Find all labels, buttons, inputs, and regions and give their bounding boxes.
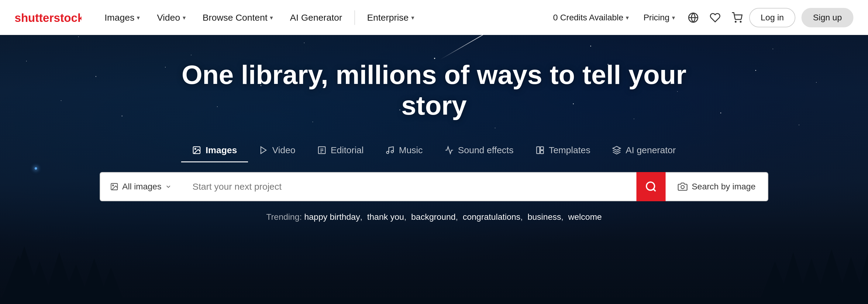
tab-images[interactable]: Images — [181, 139, 248, 162]
chevron-down-icon — [165, 183, 172, 190]
chevron-down-icon: ▾ — [672, 14, 675, 21]
image-icon — [192, 146, 201, 155]
search-tabs: Images Video — [181, 139, 687, 162]
music-icon — [385, 146, 395, 155]
trending-link-welcome[interactable]: welcome — [568, 212, 602, 222]
tab-editorial[interactable]: Editorial — [306, 139, 374, 162]
nav-item-enterprise[interactable]: Enterprise ▾ — [359, 0, 423, 35]
nav-item-ai-generator[interactable]: AI Generator — [281, 0, 351, 35]
header: shutterstock Images ▾ Video ▾ Browse Con… — [0, 0, 868, 35]
cart-button[interactable] — [727, 8, 747, 27]
tab-video[interactable]: Video — [248, 139, 306, 162]
svg-point-35 — [681, 185, 684, 189]
credits-button[interactable]: 0 Credits Available ▾ — [547, 8, 635, 27]
search-input[interactable] — [181, 172, 637, 201]
chevron-down-icon: ▾ — [137, 14, 140, 21]
search-type-button[interactable]: All images — [100, 172, 181, 201]
search-submit-button[interactable] — [637, 172, 665, 201]
nav-item-video[interactable]: Video ▾ — [148, 0, 194, 35]
trending-link-background[interactable]: background — [411, 212, 456, 222]
svg-rect-29 — [540, 147, 544, 150]
tab-music[interactable]: Music — [374, 139, 433, 162]
pricing-button[interactable]: Pricing ▾ — [637, 8, 681, 27]
hero-section: One library, millions of ways to tell yo… — [0, 0, 868, 304]
trending-link-congratulations[interactable]: congratulations — [463, 212, 520, 222]
templates-icon — [535, 146, 545, 155]
svg-point-32 — [113, 185, 114, 186]
trending-link-thank-you[interactable]: thank you — [367, 212, 404, 222]
svg-rect-18 — [0, 298, 868, 304]
svg-point-3 — [735, 21, 736, 22]
svg-rect-28 — [536, 147, 539, 154]
svg-text:shutterstock: shutterstock — [14, 11, 82, 24]
svg-point-20 — [195, 148, 196, 150]
video-icon — [259, 146, 268, 155]
waveform-icon — [445, 146, 454, 155]
tab-ai-generator[interactable]: AI generator — [601, 139, 687, 162]
secondary-nav: 0 Credits Available ▾ Pricing ▾ — [547, 8, 854, 27]
editorial-icon — [317, 146, 327, 155]
search-bar: All images Search by image — [100, 172, 768, 201]
primary-nav: Images ▾ Video ▾ Browse Content ▾ AI Gen… — [96, 0, 423, 35]
login-button[interactable]: Log in — [749, 8, 795, 27]
logo[interactable]: shutterstock — [14, 10, 82, 25]
svg-rect-30 — [540, 151, 544, 154]
svg-marker-21 — [261, 147, 266, 154]
image-small-icon — [110, 182, 119, 191]
ai-icon — [612, 146, 621, 155]
hero-title: One library, millions of ways to tell yo… — [160, 59, 708, 121]
signup-button[interactable]: Sign up — [801, 8, 854, 27]
search-icon — [645, 181, 657, 193]
nav-item-browse-content[interactable]: Browse Content ▾ — [194, 0, 281, 35]
svg-line-34 — [653, 189, 656, 191]
nav-divider — [354, 10, 355, 25]
chevron-down-icon: ▾ — [183, 14, 186, 21]
trending-link-happy-birthday[interactable]: happy birthday — [304, 212, 360, 222]
svg-point-27 — [391, 151, 394, 153]
tree-silhouette — [0, 237, 868, 304]
language-button[interactable] — [684, 8, 703, 27]
svg-point-33 — [646, 182, 655, 190]
camera-icon — [678, 182, 687, 191]
hero-content: One library, millions of ways to tell yo… — [0, 35, 868, 222]
favorites-button[interactable] — [705, 8, 725, 27]
chevron-down-icon: ▾ — [270, 14, 273, 21]
chevron-down-icon: ▾ — [626, 14, 629, 21]
nav-item-images[interactable]: Images ▾ — [96, 0, 148, 35]
tab-templates[interactable]: Templates — [525, 139, 601, 162]
trending-link-business[interactable]: business — [528, 212, 561, 222]
svg-point-26 — [386, 151, 389, 154]
trending-bar: Trending: happy birthday, thank you, bac… — [266, 212, 602, 222]
search-by-image-button[interactable]: Search by image — [665, 172, 768, 201]
tab-sound-effects[interactable]: Sound effects — [434, 139, 525, 162]
svg-point-4 — [740, 21, 741, 22]
chevron-down-icon: ▾ — [411, 14, 414, 21]
